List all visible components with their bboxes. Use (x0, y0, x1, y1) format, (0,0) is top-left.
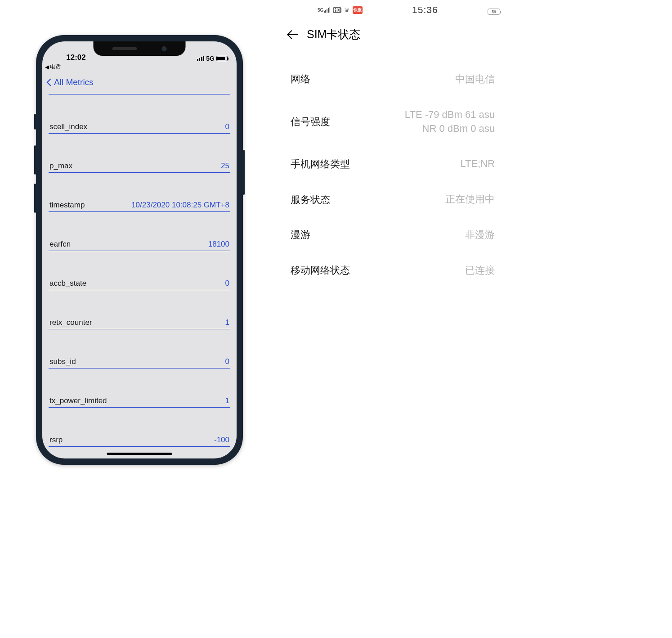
iphone-volume-down (34, 184, 36, 213)
metric-value: 1 (225, 396, 229, 405)
metric-value: 0 (225, 357, 229, 366)
back-label: All Metrics (54, 77, 94, 87)
metric-value: 10/23/2020 10:08:25 GMT+8 (131, 201, 229, 210)
caret-left-icon: ◀ (45, 64, 49, 70)
back-button[interactable]: All Metrics (47, 77, 94, 87)
iphone-mute-switch (34, 114, 36, 130)
arrow-left-icon (288, 30, 298, 40)
android-status-bar: 5G HD ♛ 快报 15:36 59 (278, 0, 507, 20)
return-to-app-breadcrumb[interactable]: ◀ 电话 (42, 63, 237, 72)
setting-row[interactable]: 手机网络类型LTE;NR (291, 146, 495, 182)
metric-value: 0 (225, 279, 229, 288)
sim-status-list: 网络中国电信信号强度LTE -79 dBm 61 asu NR 0 dBm 0 … (278, 53, 507, 288)
notch-camera (162, 46, 167, 51)
metric-value: 1 (225, 318, 229, 327)
metric-label: timestamp (49, 201, 85, 210)
metric-row[interactable]: timestamp10/23/2020 10:08:25 GMT+8 (49, 198, 230, 212)
crown-icon: ♛ (344, 6, 350, 13)
android-screen: 5G HD ♛ 快报 15:36 59 SIM卡状态 网络中国电信信号强度LTE… (278, 0, 507, 495)
metric-label: accb_state (49, 279, 86, 288)
page-header: SIM卡状态 (278, 20, 507, 53)
notch-speaker (112, 47, 137, 50)
iphone-notch (94, 41, 186, 56)
metric-row[interactable]: p_max25 (49, 159, 230, 173)
setting-row[interactable]: 移动网络状态已连接 (291, 253, 495, 288)
setting-row[interactable]: 网络中国电信 (291, 62, 495, 97)
setting-value: 中国电信 (455, 72, 495, 86)
metric-row[interactable]: rach_resultLTE_RACH_RESULT_SUCCESS (49, 91, 230, 94)
metric-row[interactable]: scell_index0 (49, 120, 230, 134)
setting-label: 服务状态 (291, 193, 330, 207)
setting-row[interactable]: 信号强度LTE -79 dBm 61 asu NR 0 dBm 0 asu (291, 97, 495, 147)
iphone-power-button (243, 150, 245, 195)
metric-value: -100 (214, 436, 229, 445)
signal-bars-icon (324, 7, 330, 13)
back-button[interactable] (287, 28, 300, 41)
status-time: 12:02 (51, 53, 101, 62)
metric-row[interactable]: accb_state0 (49, 276, 230, 290)
battery-icon: 59 (488, 9, 500, 15)
setting-value: LTE;NR (460, 157, 495, 171)
network-gen-label: 5G (318, 8, 323, 13)
setting-value: 非漫游 (465, 228, 495, 242)
metric-label: rsrp (49, 436, 63, 445)
metric-label: earfcn (49, 240, 71, 249)
metric-value: 18100 (208, 240, 229, 249)
setting-value: 正在使用中 (445, 193, 495, 207)
hd-badge-icon: HD (333, 7, 341, 13)
app-badge-icon: 快报 (353, 6, 363, 14)
battery-pct: 59 (492, 9, 496, 14)
chevron-left-icon (47, 78, 52, 87)
page-title: SIM卡状态 (307, 27, 360, 42)
setting-label: 手机网络类型 (291, 157, 350, 171)
metric-label: p_max (49, 162, 72, 171)
metric-row[interactable]: subs_id0 (49, 355, 230, 368)
metric-value: 0 (225, 122, 229, 131)
battery-icon (216, 56, 228, 61)
setting-row[interactable]: 服务状态正在使用中 (291, 182, 495, 217)
setting-row[interactable]: 漫游非漫游 (291, 217, 495, 253)
setting-label: 移动网络状态 (291, 264, 350, 277)
metric-row[interactable]: earfcn18100 (49, 237, 230, 251)
setting-label: 网络 (291, 72, 310, 86)
metric-row[interactable]: rsrp-100 (49, 433, 230, 447)
breadcrumb-label: 电话 (50, 63, 61, 71)
ios-nav-bar: All Metrics (42, 72, 237, 92)
home-indicator[interactable] (107, 453, 172, 455)
setting-value: LTE -79 dBm 61 asu NR 0 dBm 0 asu (405, 108, 495, 136)
network-type-label: 5G (206, 55, 215, 62)
metric-row[interactable]: retx_counter1 (49, 315, 230, 329)
iphone-frame: 12:02 5G ◀ 电话 All Metrics rach_resultLTE… (36, 35, 243, 465)
metrics-list[interactable]: rach_resultLTE_RACH_RESULT_SUCCESSscell_… (42, 91, 237, 458)
signal-bars-icon (197, 56, 205, 61)
metric-label: tx_power_limited (49, 396, 107, 405)
setting-label: 信号强度 (291, 115, 330, 129)
metric-label: subs_id (49, 357, 76, 366)
status-time: 15:36 (366, 4, 484, 15)
iphone-screen: 12:02 5G ◀ 电话 All Metrics rach_resultLTE… (42, 41, 237, 458)
metric-label: retx_counter (49, 318, 92, 327)
setting-label: 漫游 (291, 228, 310, 242)
metric-label: scell_index (49, 122, 87, 131)
setting-value: 已连接 (465, 264, 495, 278)
iphone-volume-up (34, 145, 36, 175)
metric-value: 25 (221, 162, 229, 171)
metric-row[interactable]: tx_power_limited1 (49, 394, 230, 408)
